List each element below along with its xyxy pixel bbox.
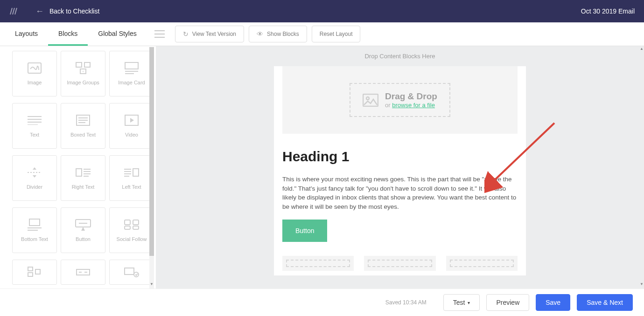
image-card-icon [124, 61, 140, 75]
svg-rect-43 [35, 269, 40, 274]
divider-icon [27, 165, 42, 179]
cta-button[interactable]: Button [282, 220, 327, 242]
svg-rect-5 [125, 62, 138, 69]
chevron-down-icon: ▾ [468, 300, 470, 305]
block-image-groups[interactable]: + Image Groups [61, 51, 105, 96]
tab-global-styles[interactable]: Global Styles [88, 22, 147, 46]
svg-marker-17 [130, 118, 134, 123]
sidebar-scroll-thumb[interactable] [149, 47, 154, 256]
drop-hint: Drop Content Blocks Here [156, 46, 644, 66]
block-bottom-text[interactable]: Bottom Text [12, 207, 57, 253]
svg-rect-31 [29, 219, 40, 226]
thumbnail-placeholder[interactable] [282, 256, 354, 271]
save-button[interactable]: Save [536, 294, 570, 311]
svg-rect-1 [76, 62, 82, 67]
svg-rect-39 [125, 226, 130, 229]
preview-button[interactable]: Preview [486, 294, 529, 311]
saved-status: Saved 10:34 AM [385, 299, 427, 306]
browse-link[interactable]: browse for a file [392, 102, 435, 109]
svg-rect-21 [76, 169, 82, 176]
email-canvas[interactable]: Drop Content Blocks Here Drag & Drop or … [156, 46, 644, 289]
svg-rect-41 [28, 267, 33, 271]
text-icon [27, 113, 42, 127]
svg-rect-2 [84, 62, 90, 67]
app-header: ← Back to Checklist Oct 30 2019 Email [0, 0, 644, 22]
browse-line: or browse for a file [385, 102, 437, 109]
logo-icon [9, 7, 18, 15]
scroll-up-icon[interactable]: ▲ [640, 47, 644, 51]
svg-rect-44 [77, 269, 90, 275]
scroll-down-icon[interactable]: ▼ [640, 282, 644, 287]
block-social-follow[interactable]: Social Follow [109, 207, 154, 253]
social-follow-icon [124, 218, 140, 232]
svg-rect-40 [133, 226, 139, 229]
right-text-icon [75, 165, 91, 179]
picture-placeholder-icon [363, 94, 378, 107]
tabs: Layouts Blocks Global Styles [5, 22, 147, 46]
svg-point-50 [366, 97, 369, 100]
scroll-down-icon[interactable]: ▼ [149, 282, 154, 287]
test-button[interactable]: Test ▾ [443, 294, 480, 311]
content-paragraph[interactable]: This is where your most exciting news go… [282, 175, 518, 211]
block-partial-2[interactable] [61, 260, 105, 285]
tab-layouts[interactable]: Layouts [5, 22, 48, 46]
svg-rect-42 [28, 273, 33, 276]
svg-point-48 [134, 272, 139, 277]
eye-off-icon: 👁 [257, 30, 263, 38]
block-image[interactable]: Image [12, 51, 57, 96]
arrow-left-icon: ← [35, 7, 44, 16]
block-left-text[interactable]: Left Text [109, 155, 154, 201]
boxed-text-icon [75, 113, 91, 127]
thumbnail-placeholder[interactable] [446, 256, 518, 271]
svg-marker-20 [33, 175, 36, 178]
svg-rect-26 [133, 169, 139, 176]
block-text[interactable]: Text [12, 103, 57, 149]
show-blocks-label: Show Blocks [267, 31, 299, 37]
content-heading[interactable]: Heading 1 [282, 149, 518, 165]
block-button[interactable]: Button [61, 207, 105, 253]
page-title: Oct 30 2019 Email [581, 7, 635, 15]
show-blocks-button[interactable]: 👁 Show Blocks [249, 26, 307, 42]
view-text-version-button[interactable]: ↻ View Text Version [175, 26, 244, 42]
svg-rect-47 [125, 268, 134, 275]
tab-blocks[interactable]: Blocks [48, 22, 88, 46]
blocks-sidebar: Image + Image Groups Image Card Text [0, 46, 156, 289]
toolbar: Layouts Blocks Global Styles ↻ View Text… [0, 22, 644, 46]
main-area: Image + Image Groups Image Card Text [0, 46, 644, 289]
canvas-scrollbar[interactable]: ▲ ▼ [640, 47, 644, 289]
drag-drop-title: Drag & Drop [385, 91, 437, 102]
block-image-card[interactable]: Image Card [109, 51, 154, 96]
bottom-text-icon [27, 218, 42, 232]
thumbnail-row [274, 251, 526, 275]
refresh-icon: ↻ [183, 30, 189, 38]
button-icon [75, 218, 91, 232]
block-partial-1[interactable] [12, 260, 57, 285]
svg-rect-49 [363, 94, 378, 106]
save-next-button[interactable]: Save & Next [577, 294, 633, 311]
block-partial-3[interactable] [109, 260, 154, 285]
hamburger-icon[interactable] [153, 27, 167, 41]
thumbnail-placeholder[interactable] [364, 256, 435, 271]
view-text-label: View Text Version [192, 31, 236, 37]
svg-marker-18 [33, 167, 36, 170]
reset-layout-button[interactable]: Reset Layout [312, 26, 361, 42]
email-card: Drag & Drop or browse for a file Heading… [274, 66, 526, 275]
back-button[interactable]: ← Back to Checklist [35, 7, 99, 16]
left-text-icon [124, 165, 140, 179]
image-groups-icon: + [75, 61, 91, 75]
block-boxed-text[interactable]: Boxed Text [61, 103, 105, 149]
block-divider[interactable]: Divider [12, 155, 57, 201]
svg-marker-36 [81, 227, 85, 231]
reset-layout-label: Reset Layout [320, 31, 353, 37]
block-video[interactable]: Video [109, 103, 154, 149]
svg-rect-38 [133, 220, 139, 225]
image-drop-area[interactable]: Drag & Drop or browse for a file [282, 66, 518, 134]
image-icon [27, 61, 42, 75]
back-label: Back to Checklist [49, 7, 99, 15]
sidebar-scrollbar[interactable]: ▲ ▼ [149, 47, 154, 289]
video-icon [124, 113, 140, 127]
svg-rect-37 [125, 220, 130, 225]
svg-text:+: + [82, 69, 84, 74]
footer-bar: Saved 10:34 AM Test ▾ Preview Save Save … [0, 289, 644, 316]
block-right-text[interactable]: Right Text [61, 155, 105, 201]
